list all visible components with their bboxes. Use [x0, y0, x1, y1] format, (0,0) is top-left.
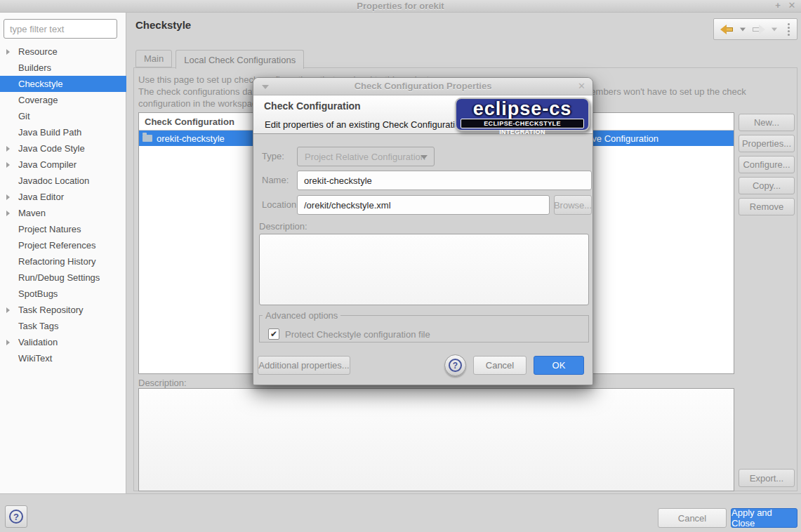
cancel-button[interactable]: Cancel	[658, 508, 727, 528]
expander-icon[interactable]	[6, 49, 10, 55]
type-dropdown[interactable]: Project Relative Configuration	[297, 147, 435, 166]
browse-button[interactable]: Browse...	[554, 195, 592, 215]
remove-button[interactable]: Remove	[739, 198, 795, 215]
sidebar-item-label: Run/Debug Settings	[18, 272, 100, 283]
sidebar-item-label: Maven	[18, 208, 46, 218]
sidebar-item-spotbugs[interactable]: SpotBugs	[0, 286, 126, 302]
dialog-ok-button[interactable]: OK	[534, 356, 584, 375]
sidebar-item-java-compiler[interactable]: Java Compiler	[0, 157, 126, 173]
logo-text: eclipse-cs	[473, 99, 572, 119]
sidebar-item-java-code-style[interactable]: Java Code Style	[0, 140, 126, 157]
sidebar-item-javadoc-location[interactable]: Javadoc Location	[0, 173, 126, 189]
apply-and-close-button[interactable]: Apply and Close	[731, 508, 797, 528]
sidebar-item-task-repository[interactable]: Task Repository	[0, 302, 126, 318]
close-button[interactable]: ✕	[786, 0, 798, 11]
filter-input[interactable]	[4, 19, 117, 39]
config-name: orekit-checkstyle	[157, 133, 225, 144]
dialog-heading: Check Configuration	[264, 100, 361, 112]
sidebar-item-label: Project References	[18, 240, 96, 251]
sidebar-item-resource[interactable]: Resource	[0, 44, 126, 60]
back-dropdown-icon[interactable]	[740, 27, 746, 31]
forward-dropdown-icon[interactable]	[772, 27, 777, 31]
preferences-tree: Resource Builders Checkstyle Coverage Gi…	[0, 44, 126, 366]
dialog-close-button[interactable]: ✕	[578, 81, 585, 91]
export-button[interactable]: Export...	[739, 469, 795, 487]
sidebar-item-label: Git	[18, 111, 30, 121]
copy-button[interactable]: Copy...	[739, 177, 795, 194]
expander-icon[interactable]	[6, 307, 10, 313]
maximize-button[interactable]: +	[772, 0, 784, 11]
expander-icon[interactable]	[6, 194, 10, 200]
tab-local-check-configurations[interactable]: Local Check Configurations	[176, 50, 304, 69]
sidebar-item-git[interactable]: Git	[0, 108, 126, 124]
help-icon: ?	[449, 359, 462, 372]
sidebar-item-label: Project Natures	[18, 224, 81, 234]
sidebar-item-builders[interactable]: Builders	[0, 60, 126, 76]
dialog-titlebar: Check Configuration Properties ✕	[253, 78, 593, 95]
additional-properties-button[interactable]: Additional properties...	[258, 356, 350, 375]
sidebar-item-project-natures[interactable]: Project Natures	[0, 221, 126, 237]
sidebar-item-label: Java Editor	[18, 192, 64, 202]
tabbar: Main Local Check Configurations	[135, 50, 304, 69]
type-label: Type:	[262, 151, 284, 161]
sidebar-item-label: Java Build Path	[18, 127, 81, 138]
sidebar-item-label: Task Repository	[18, 305, 83, 315]
sidebar-item-project-references[interactable]: Project References	[0, 237, 126, 253]
tab-main[interactable]: Main	[135, 50, 172, 67]
logo-tagline: ECLIPSE-CHECKSTYLE INTEGRATION	[461, 119, 584, 128]
sidebar: Resource Builders Checkstyle Coverage Gi…	[0, 13, 126, 493]
sidebar-item-task-tags[interactable]: Task Tags	[0, 318, 126, 334]
expander-icon[interactable]	[6, 340, 10, 345]
sidebar-item-label: Task Tags	[18, 321, 59, 331]
dialog-description-textarea[interactable]	[259, 234, 589, 305]
configure-button[interactable]: Configure...	[739, 156, 795, 173]
expander-icon[interactable]	[6, 211, 10, 216]
drag-handle-icon[interactable]	[788, 23, 790, 25]
checkmark-icon: ✔	[270, 330, 277, 338]
back-icon[interactable]	[720, 25, 734, 34]
expander-icon[interactable]	[6, 146, 10, 152]
sidebar-item-label: Java Compiler	[18, 159, 77, 170]
properties-button[interactable]: Properties...	[739, 135, 795, 152]
forward-icon[interactable]	[752, 25, 765, 34]
sidebar-item-run-debug-settings[interactable]: Run/Debug Settings	[0, 270, 126, 286]
window-titlebar: Properties for orekit + ✕	[0, 0, 801, 13]
dialog-body: Type: Project Relative Configuration Nam…	[253, 134, 593, 385]
sidebar-item-maven[interactable]: Maven	[0, 205, 126, 221]
sidebar-item-checkstyle[interactable]: Checkstyle	[0, 76, 126, 92]
sidebar-item-refactoring-history[interactable]: Refactoring History	[0, 253, 126, 270]
expander-icon[interactable]	[6, 162, 10, 168]
dialog-header: Check Configuration Edit properties of a…	[253, 95, 593, 134]
dialog-help-button[interactable]: ?	[444, 354, 466, 376]
sidebar-item-label: Refactoring History	[18, 256, 96, 267]
sidebar-item-label: Validation	[18, 337, 58, 347]
name-input[interactable]	[297, 171, 592, 190]
sidebar-item-wikitext[interactable]: WikiText	[0, 350, 126, 366]
sidebar-item-validation[interactable]: Validation	[0, 334, 126, 350]
description-textarea[interactable]	[138, 388, 734, 491]
footer-bar: ? Cancel Apply and Close	[0, 493, 801, 532]
sidebar-item-label: Checkstyle	[18, 79, 63, 89]
dropdown-arrow-icon	[421, 155, 428, 159]
advanced-options-group: Advanced options ✔ Protect Checkstyle co…	[259, 310, 589, 343]
sidebar-item-label: Builders	[18, 62, 51, 73]
protect-checkbox[interactable]: ✔	[268, 328, 279, 340]
sidebar-item-label: SpotBugs	[18, 288, 58, 299]
sidebar-item-label: Coverage	[18, 95, 58, 105]
new-button[interactable]: New...	[739, 114, 795, 131]
sidebar-item-label: Javadoc Location	[18, 175, 89, 186]
dialog-description-label: Description:	[259, 221, 307, 232]
help-button[interactable]: ?	[5, 505, 27, 528]
properties-window: Properties for orekit + ✕ Resource Build…	[0, 0, 801, 532]
sidebar-item-java-build-path[interactable]: Java Build Path	[0, 124, 126, 140]
advanced-options-legend: Advanced options	[263, 310, 340, 321]
location-label: Location:	[262, 199, 299, 210]
location-input[interactable]	[297, 195, 550, 215]
sidebar-item-coverage[interactable]: Coverage	[0, 92, 126, 108]
check-configuration-properties-dialog: Check Configuration Properties ✕ Check C…	[253, 77, 593, 385]
sidebar-item-java-editor[interactable]: Java Editor	[0, 189, 126, 205]
dialog-cancel-button[interactable]: Cancel	[473, 356, 527, 375]
sidebar-item-label: Java Code Style	[18, 143, 85, 154]
dialog-title: Check Configuration Properties	[253, 81, 593, 91]
sidebar-item-label: WikiText	[18, 353, 52, 364]
